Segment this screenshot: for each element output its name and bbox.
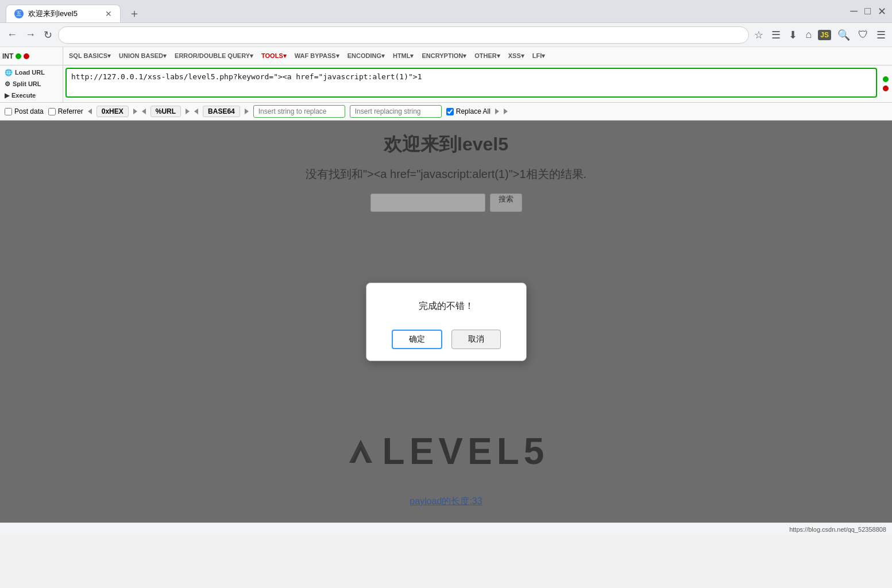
nav-icons: ☆ ☰ ⬇ ⌂ JS 🔍 🛡 ☰ [752,27,887,43]
forward-button[interactable]: → [23,26,38,43]
address-bar[interactable]: 127.0.0.1/xss-labs/level5.php?keyword=">… [58,26,749,44]
menu-encryption[interactable]: ENCRYPTION▾ [419,51,470,61]
page-content: 欢迎来到level5 没有找到和"><a href="javascript:al… [0,121,892,523]
url-encode-button[interactable]: %URL [150,106,181,117]
menu-icon[interactable]: ☰ [875,27,887,43]
navbar: ← → ↻ 127.0.0.1/xss-labs/level5.php?keyw… [0,23,892,47]
hex-arrow-right [133,109,137,114]
dot-red-icon [24,53,29,59]
ext-int-label: INT [2,52,60,60]
modal-cancel-button[interactable]: 取消 [451,330,501,349]
active-tab[interactable]: 五 欢迎来到level5 ✕ [6,5,121,22]
js-icon[interactable]: JS [818,30,831,40]
menu-html[interactable]: HTML▾ [389,51,418,61]
menu-xss[interactable]: XSS▾ [505,51,528,61]
base64-arrow-left [194,109,198,114]
tab-close-button[interactable]: ✕ [105,9,112,18]
status-dot-red [883,86,889,91]
hex-encode-button[interactable]: 0xHEX [96,106,129,117]
home-icon[interactable]: ⌂ [804,27,813,42]
execute-button[interactable]: ▶ Execute [2,91,60,100]
modal-dialog: 完成的不错！ 确定 取消 [366,283,527,361]
modal-overlay: 完成的不错！ 确定 取消 [0,121,892,523]
modal-buttons: 确定 取消 [380,330,512,349]
modal-message: 完成的不错！ [380,300,512,312]
replace-all-checkbox[interactable] [446,108,454,115]
menu-sql-basics[interactable]: SQL BASICS▾ [65,51,114,61]
window-controls: ─ □ ✕ [850,5,886,18]
referrer-check[interactable]: Referrer [48,107,83,115]
ext-left-panel: INT [0,47,63,65]
replace-arrow-right2 [504,109,508,114]
reload-button[interactable]: ↻ [41,26,55,44]
back-button[interactable]: ← [5,26,20,43]
tab-title: 欢迎来到level5 [28,9,78,19]
insert-replacing-input[interactable] [350,105,442,118]
reader-view-icon[interactable]: ☰ [770,27,782,43]
url-arrow-right [186,109,190,114]
minimize-button[interactable]: ─ [850,5,858,18]
post-data-check[interactable]: Post data [5,107,44,115]
menu-union-based[interactable]: UNION BASED▾ [115,51,170,61]
globe-icon: 🌐 [5,69,13,76]
replace-bar: Post data Referrer 0xHEX %URL BASE64 Rep… [0,103,892,121]
ext-label: INT [2,52,13,60]
url-textarea[interactable]: http://127.0.0.1/xss-labs/level5.php?key… [65,68,877,98]
menu-tools[interactable]: TOOLS▾ [258,51,290,61]
new-tab-button[interactable]: ＋ [125,5,144,22]
menu-bar: SQL BASICS▾ UNION BASED▾ ERROR/DOUBLE QU… [63,47,551,65]
status-bar: https://blog.csdn.net/qq_52358808 [0,523,892,535]
maximize-button[interactable]: □ [864,5,871,18]
insert-replace-input[interactable] [253,105,345,118]
referrer-checkbox[interactable] [48,108,56,115]
hex-arrow-left [88,109,92,114]
play-icon: ▶ [5,92,9,99]
split-url-button[interactable]: ⚙ Split URL [2,79,60,89]
search-icon[interactable]: 🔍 [836,27,852,43]
base64-arrow-right [245,109,249,114]
base64-encode-button[interactable]: BASE64 [203,106,240,117]
url-side-dots [879,65,892,102]
tab-bar: 五 欢迎来到level5 ✕ ＋ [6,0,845,22]
menu-waf-bypass[interactable]: WAF BYPASS▾ [291,51,343,61]
close-button[interactable]: ✕ [878,5,886,18]
menu-lfi[interactable]: LFI▾ [529,51,549,61]
titlebar: 五 欢迎来到level5 ✕ ＋ ─ □ ✕ [0,0,892,23]
load-url-button[interactable]: 🌐 Load URL [2,68,60,78]
url-area: 🌐 Load URL ⚙ Split URL ▶ Execute http://… [0,65,892,103]
bookmark-icon[interactable]: ☆ [752,27,765,43]
tab-favicon: 五 [14,9,24,18]
replace-arrow-right [495,109,499,114]
shield-icon[interactable]: 🛡 [856,27,870,42]
status-url: https://blog.csdn.net/qq_52358808 [789,526,886,533]
status-dot-green [883,76,889,82]
replace-all-check[interactable]: Replace All [446,107,491,115]
split-icon: ⚙ [5,80,10,88]
url-input-area: http://127.0.0.1/xss-labs/level5.php?key… [63,65,879,102]
dot-green-icon [16,53,21,59]
post-data-checkbox[interactable] [5,108,12,115]
url-sidebar: 🌐 Load URL ⚙ Split URL ▶ Execute [0,65,63,102]
modal-ok-button[interactable]: 确定 [392,330,442,349]
download-icon[interactable]: ⬇ [787,27,799,43]
menu-encoding[interactable]: ENCODING▾ [344,51,388,61]
ext-toolbar: INT SQL BASICS▾ UNION BASED▾ ERROR/DOUBL… [0,47,892,65]
menu-error-double[interactable]: ERROR/DOUBLE QUERY▾ [171,51,257,61]
url-arrow-left [142,109,146,114]
menu-other[interactable]: OTHER▾ [471,51,504,61]
